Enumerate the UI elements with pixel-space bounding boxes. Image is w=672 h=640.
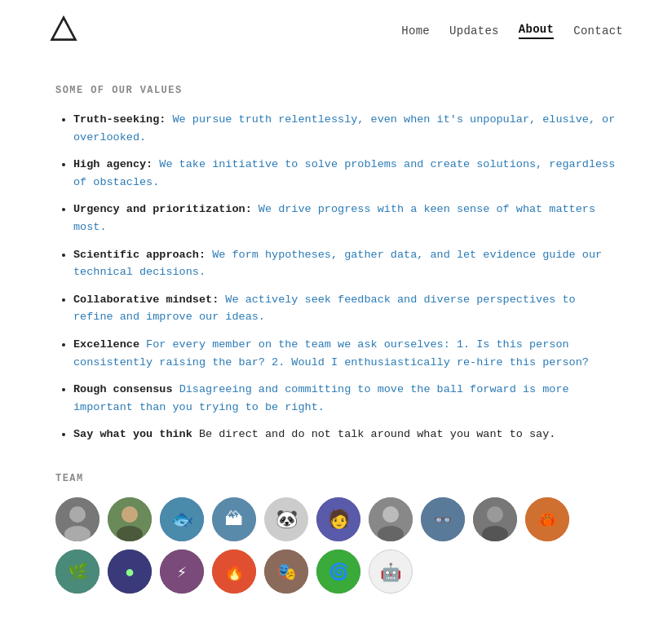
avatar[interactable]: 👓 [421, 497, 465, 541]
value-bold: Scientific approach: [73, 249, 206, 261]
list-item: High agency: We take initiative to solve… [73, 156, 617, 191]
team-grid: 🐟 🏔 🐼 🧑 👓 🦀 [55, 497, 617, 594]
list-item: Urgency and prioritization: We drive pro… [73, 201, 617, 236]
avatar[interactable]: 🌀 [316, 550, 360, 594]
values-list: Truth-seeking: We pursue truth relentles… [55, 111, 617, 444]
avatar[interactable]: ⚡ [160, 550, 204, 594]
team-section-label: TEAM [55, 473, 617, 484]
svg-text:🐼: 🐼 [276, 508, 298, 531]
list-item: Excellence For every member on the team … [73, 336, 617, 371]
list-item: Rough consensus Disagreeing and committi… [73, 381, 617, 416]
avatar[interactable]: 🎭 [264, 550, 308, 594]
values-section: SOME OF OUR VALUES Truth-seeking: We pur… [55, 85, 617, 444]
svg-point-2 [69, 506, 86, 523]
svg-text:🏔: 🏔 [225, 510, 243, 531]
value-text: For every member on the team we ask ours… [73, 338, 589, 369]
avatar[interactable]: 🏔 [212, 497, 256, 541]
avatar[interactable]: ● [108, 550, 152, 594]
value-bold: Excellence [73, 338, 139, 351]
svg-text:🐟: 🐟 [171, 508, 194, 531]
svg-text:⚡: ⚡ [177, 563, 187, 582]
svg-text:🌿: 🌿 [68, 562, 88, 582]
svg-text:🌀: 🌀 [329, 562, 349, 582]
svg-text:👓: 👓 [434, 511, 453, 529]
value-bold: Say what you think [73, 428, 192, 440]
value-bold: High agency: [73, 158, 153, 170]
avatar[interactable]: 🧑 [316, 497, 360, 541]
avatar[interactable] [369, 497, 413, 541]
logo [49, 15, 78, 47]
value-text: We take initiative to solve problems and… [73, 158, 615, 188]
value-bold: Collaborative mindset: [73, 294, 219, 306]
nav-about[interactable]: About [519, 23, 554, 39]
avatar[interactable]: 🐟 [160, 497, 204, 541]
team-section: TEAM 🐟 🏔 🐼 🧑 [55, 473, 617, 594]
avatar[interactable]: 🤖 [369, 550, 413, 594]
value-bold: Urgency and prioritization: [73, 203, 252, 215]
values-section-label: SOME OF OUR VALUES [55, 85, 617, 96]
value-bold: Truth-seeking: [73, 113, 166, 126]
avatar[interactable] [473, 497, 517, 541]
svg-point-5 [122, 506, 138, 523]
nav-home[interactable]: Home [401, 24, 430, 38]
svg-marker-0 [52, 18, 76, 40]
svg-point-21 [487, 506, 503, 523]
list-item: Truth-seeking: We pursue truth relentles… [73, 111, 617, 146]
avatar[interactable]: 🦀 [525, 497, 569, 541]
avatar[interactable]: 🔥 [212, 550, 256, 594]
avatar[interactable]: 🌿 [55, 550, 99, 594]
value-text: Be direct and do not talk around what yo… [192, 428, 556, 440]
svg-text:🦀: 🦀 [537, 510, 558, 530]
avatar[interactable] [55, 497, 99, 541]
list-item: Collaborative mindset: We actively seek … [73, 291, 617, 326]
svg-text:🤖: 🤖 [380, 562, 402, 583]
svg-text:🎭: 🎭 [276, 562, 297, 582]
svg-text:●: ● [125, 563, 135, 582]
svg-text:🧑: 🧑 [328, 508, 351, 531]
svg-text:🔥: 🔥 [224, 562, 245, 582]
avatar[interactable] [108, 497, 152, 541]
value-bold: Rough consensus [73, 383, 173, 395]
list-item: Scientific approach: We form hypotheses,… [73, 246, 617, 281]
svg-point-16 [382, 506, 399, 523]
nav-updates[interactable]: Updates [449, 24, 499, 38]
main-nav: Home Updates About Contact [401, 23, 623, 39]
list-item: Say what you think Be direct and do not … [73, 426, 617, 444]
main-content: SOME OF OUR VALUES Truth-seeking: We pur… [0, 62, 672, 626]
nav-contact[interactable]: Contact [573, 24, 623, 38]
site-header: Home Updates About Contact [0, 0, 672, 62]
avatar[interactable]: 🐼 [264, 497, 308, 541]
